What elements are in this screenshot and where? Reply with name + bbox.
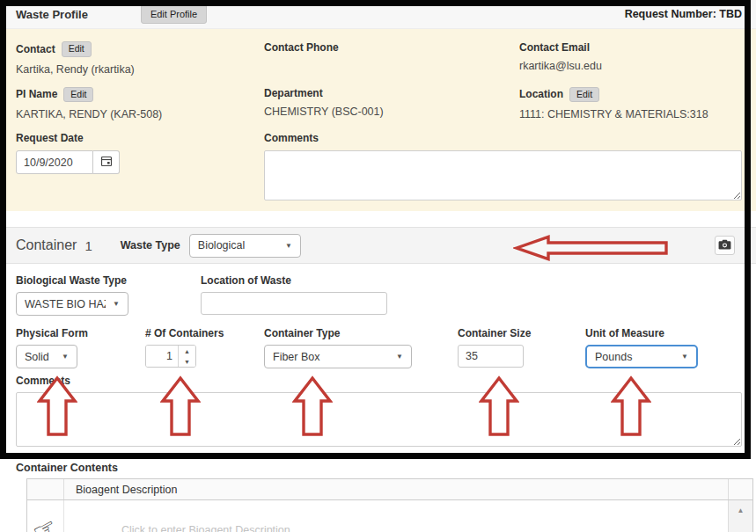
physical-form-selected-value: Solid <box>25 351 49 363</box>
container-type-selected-value: Fiber Box <box>273 351 320 363</box>
department-label: Department <box>264 87 323 99</box>
container-type-label: Container Type <box>264 327 340 339</box>
contact-field: Contact Edit Kartika, Rendy (rkartika) <box>16 41 264 76</box>
chevron-down-icon: ▼ <box>396 353 403 361</box>
request-date-field: Request Date <box>16 132 264 200</box>
calendar-button[interactable] <box>93 150 120 174</box>
contact-value: Kartika, Rendy (rkartika) <box>16 63 264 76</box>
contact-email-field: Contact Email rkartika@lsu.edu <box>519 41 742 76</box>
location-of-waste-label: Location of Waste <box>201 274 291 287</box>
location-field: Location Edit 1111: CHEMISTRY & MATERIAL… <box>519 87 742 121</box>
location-label: Location <box>519 88 563 100</box>
num-containers-field: # Of Containers ▲ ▼ <box>145 327 224 368</box>
unit-of-measure-select[interactable]: Pounds ▼ <box>585 345 698 368</box>
profile-comments-label: Comments <box>264 132 319 144</box>
calendar-icon <box>100 155 113 170</box>
container-size-input[interactable] <box>458 345 524 368</box>
request-number-value: TBD <box>719 8 742 20</box>
stepper-down-icon[interactable]: ▼ <box>179 356 195 367</box>
department-value: CHEMISTRY (BSC-001) <box>264 106 519 118</box>
pi-name-label: PI Name <box>16 88 57 100</box>
chevron-down-icon: ▼ <box>62 353 69 361</box>
request-date-label: Request Date <box>16 132 84 144</box>
unit-of-measure-selected-value: Pounds <box>595 351 632 363</box>
contact-edit-button[interactable]: Edit <box>62 41 92 57</box>
chevron-down-icon: ▼ <box>285 242 292 250</box>
waste-request-page: Waste Profile Edit Profile Request Numbe… <box>0 0 756 532</box>
container-body: Biological Waste Type WASTE BIO HAZ... ▼… <box>0 264 756 460</box>
container-comments-label: Comments <box>16 375 70 387</box>
bioagent-description-cell[interactable]: Click to enter Bioagent Description <box>64 500 728 532</box>
waste-type-select[interactable]: Biological ▼ <box>189 234 301 258</box>
container-contents-section: Container Contents Bioagent Description … <box>0 460 756 532</box>
contact-email-value: rkartika@lsu.edu <box>519 60 742 72</box>
pi-name-value: KARTIKA, RENDY (KAR-508) <box>16 108 264 120</box>
contact-email-label: Contact Email <box>519 41 590 54</box>
request-date-input[interactable] <box>16 150 93 174</box>
chevron-down-icon: ▼ <box>681 353 688 361</box>
chevron-down-icon: ▼ <box>113 300 120 308</box>
location-of-waste-field: Location of Waste <box>201 274 387 315</box>
profile-comments-textarea[interactable] <box>264 150 742 200</box>
biological-waste-type-field: Biological Waste Type WASTE BIO HAZ... ▼ <box>16 274 128 316</box>
contact-label: Contact <box>16 43 55 55</box>
pi-name-field: PI Name Edit KARTIKA, RENDY (KAR-508) <box>16 87 264 121</box>
unit-of-measure-field: Unit of Measure Pounds ▼ <box>585 327 698 368</box>
biological-waste-type-label: Biological Waste Type <box>16 274 127 287</box>
container-type-field: Container Type Fiber Box ▼ <box>264 327 412 368</box>
bioagent-table: Bioagent Description ☞ Click to enter Bi… <box>26 478 753 532</box>
pi-name-edit-button[interactable]: Edit <box>63 87 93 103</box>
bioagent-table-gutter-header <box>27 479 64 499</box>
pointing-hand-icon: ☞ <box>29 513 62 532</box>
num-containers-label: # Of Containers <box>145 327 224 339</box>
contact-phone-field: Contact Phone <box>264 41 519 76</box>
physical-form-select[interactable]: Solid ▼ <box>16 345 77 368</box>
request-number: Request Number: TBD <box>625 8 744 20</box>
container-size-field: Container Size <box>458 327 531 368</box>
container-number: 1 <box>84 238 92 253</box>
container-title: Container <box>16 237 77 253</box>
bioagent-description-column-header: Bioagent Description <box>64 479 728 499</box>
physical-form-label: Physical Form <box>16 327 88 339</box>
scrollbar-up-icon: ▲ <box>738 507 745 532</box>
container-comments-field: Comments <box>16 375 742 447</box>
request-number-label: Request Number: <box>625 8 716 20</box>
biological-waste-type-select[interactable]: WASTE BIO HAZ... ▼ <box>16 292 128 316</box>
unit-of-measure-label: Unit of Measure <box>585 327 664 339</box>
container-comments-textarea[interactable] <box>16 392 742 447</box>
bioagent-table-scroll-header <box>728 479 752 499</box>
biological-waste-type-selected-value: WASTE BIO HAZ... <box>25 298 106 310</box>
num-containers-stepper[interactable]: ▲ ▼ <box>145 345 196 368</box>
bioagent-table-header-row: Bioagent Description <box>27 479 752 500</box>
contact-phone-label: Contact Phone <box>264 41 339 54</box>
location-edit-button[interactable]: Edit <box>569 87 599 103</box>
profile-comments-field: Comments <box>264 132 742 200</box>
profile-panel: Contact Edit Kartika, Rendy (rkartika) C… <box>0 29 756 211</box>
page-header: Waste Profile Edit Profile Request Numbe… <box>0 0 756 29</box>
waste-type-selected-value: Biological <box>198 239 246 251</box>
physical-form-field: Physical Form Solid ▼ <box>16 327 88 368</box>
edit-profile-button[interactable]: Edit Profile <box>141 4 207 24</box>
department-field: Department CHEMISTRY (BSC-001) <box>264 87 519 121</box>
bioagent-table-row: ☞ Click to enter Bioagent Description ▲ <box>27 500 752 532</box>
waste-type-label: Waste Type <box>121 239 180 251</box>
container-size-label: Container Size <box>458 327 531 339</box>
num-containers-input[interactable] <box>146 346 178 367</box>
camera-icon <box>718 239 731 252</box>
page-title: Waste Profile <box>16 8 88 21</box>
container-type-select[interactable]: Fiber Box ▼ <box>264 345 412 368</box>
stepper-up-icon[interactable]: ▲ <box>179 346 195 356</box>
container-contents-title: Container Contents <box>16 460 756 476</box>
location-value: 1111: CHEMISTRY & MATERIALS:318 <box>519 108 742 120</box>
location-of-waste-input[interactable] <box>201 292 387 315</box>
bioagent-row-gutter: ☞ <box>27 500 64 532</box>
camera-button[interactable] <box>715 236 735 255</box>
container-header: Container 1 Waste Type Biological ▼ <box>0 227 756 264</box>
bioagent-table-scrollbar[interactable]: ▲ <box>728 500 752 532</box>
